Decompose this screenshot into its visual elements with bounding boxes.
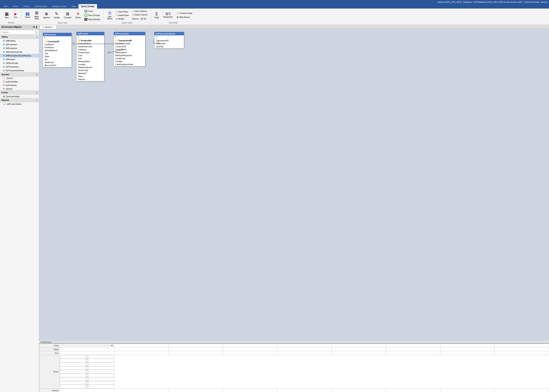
db-field-StreetAddress[interactable]: StreetAddress xyxy=(43,49,72,52)
db-field-Awards[interactable]: Awards xyxy=(77,78,104,81)
db-field-ProductType[interactable]: ProductType xyxy=(77,51,104,54)
deleterows-button[interactable]: ✕ Delete Rows xyxy=(115,14,130,17)
db-field-MethodofPayment[interactable]: MethodofPayment xyxy=(114,54,145,57)
grid-cell-table-6[interactable] xyxy=(332,348,386,351)
db-field-EmployeeID[interactable]: EmployeeID xyxy=(114,48,145,51)
nav-item-tblStockCode[interactable]: ⊞ tblStockCode xyxy=(0,61,39,65)
grid-cell-criteria-9[interactable] xyxy=(495,389,549,392)
tab-help[interactable]: Help xyxy=(69,4,79,8)
update-button[interactable]: ✎ Update xyxy=(52,11,61,20)
nav-section-queries[interactable]: Queries ∧ xyxy=(0,72,39,77)
grid-cell-field-5[interactable] xyxy=(277,344,332,348)
tab-querydesign[interactable]: Query Design xyxy=(79,4,97,8)
grid-cell-field-1[interactable] xyxy=(60,344,114,348)
db-field-CardNo[interactable]: CardNo xyxy=(114,60,145,63)
grid-cell-criteria-1[interactable] xyxy=(60,389,114,392)
db-field-wildcard[interactable]: * xyxy=(43,37,72,40)
show-check-9[interactable] xyxy=(86,385,88,388)
db-field-DateIntroduced[interactable]: DateIntroduced xyxy=(77,66,104,69)
db-field-CreditCard[interactable]: CreditCard xyxy=(114,57,145,60)
db-field-State[interactable]: State xyxy=(43,55,72,58)
db-field-Zip[interactable]: Zip xyxy=(43,58,72,61)
grid-cell-sort-3[interactable] xyxy=(169,351,223,355)
grid-cell-sort-4[interactable] xyxy=(223,351,277,355)
db-field-StockCode[interactable]: StockCode xyxy=(77,69,104,72)
passthrough-button[interactable]: → Pass-Through xyxy=(83,13,102,17)
grid-cell-show-4[interactable] xyxy=(60,366,114,370)
db-field-ProductName[interactable]: ProductName xyxy=(77,42,104,45)
db-field-Telephone[interactable]: Telephone xyxy=(43,61,72,64)
union-button[interactable]: ∪ Union xyxy=(83,9,102,13)
crosstab-button[interactable]: ⊞ Crosstab xyxy=(62,11,73,20)
nav-section-reports[interactable]: Reports ∧ xyxy=(0,98,39,102)
db-field-ShippingFee[interactable]: ShippingFee xyxy=(114,51,145,54)
grid-cell-field-9[interactable] xyxy=(495,344,549,348)
grid-cell-criteria-6[interactable] xyxy=(332,389,386,392)
db-field-Unit[interactable]: Unit xyxy=(77,57,104,60)
grid-cell-criteria-8[interactable] xyxy=(440,389,495,392)
builder-button[interactable]: ⚙ Builder xyxy=(115,17,130,21)
insertcolumns-button[interactable]: ↦ Insert Columns xyxy=(131,10,149,13)
maketable-button[interactable]: ⊞ MakeTable xyxy=(33,10,41,21)
db-field-ProductNo[interactable]: ProductNo xyxy=(154,42,184,45)
grid-cell-criteria-4[interactable] xyxy=(223,389,277,392)
datadefinition-button[interactable]: N Data Definition xyxy=(83,17,102,21)
db-table-tblCustomer[interactable]: tblCustomer * 🔑CustomerID LastName First… xyxy=(43,33,72,67)
db-table-tblProduct[interactable]: tblProduct * 🔑ProductNo ProductName Hard… xyxy=(76,32,104,81)
nav-item-qryEmpSales[interactable]: ⊟ qryEmpSales xyxy=(0,80,39,83)
grid-cell-show-7[interactable] xyxy=(60,377,114,381)
grid-cell-criteria-5[interactable] xyxy=(277,389,332,392)
nav-search-input[interactable] xyxy=(1,30,38,34)
db-field-CardExpirationDate[interactable]: CardExpirationDate xyxy=(114,63,145,66)
returns-select[interactable]: All 5 25 xyxy=(140,17,147,21)
db-field-TransactionID[interactable]: TransactionID xyxy=(154,39,184,42)
show-check-6[interactable] xyxy=(86,374,88,377)
field-select-1[interactable] xyxy=(61,344,114,347)
totals-button[interactable]: Σ Totals xyxy=(152,11,161,20)
bottom-scroll[interactable] xyxy=(39,341,549,343)
grid-cell-criteria-2[interactable] xyxy=(114,389,169,392)
run-button[interactable]: ▶ Run xyxy=(12,11,20,19)
db-field-CustomerID[interactable]: CustomerID xyxy=(114,45,145,48)
show-check-3[interactable] xyxy=(86,363,88,366)
grid-cell-show-3[interactable] xyxy=(60,362,114,366)
db-field-City[interactable]: City xyxy=(43,52,72,55)
show-check-7[interactable] xyxy=(86,378,88,380)
grid-cell-table-7[interactable] xyxy=(386,348,441,351)
query-grid-scroll[interactable]: Field: xyxy=(39,344,549,392)
grid-cell-show-8[interactable] xyxy=(60,381,114,385)
db-field-wildcard[interactable]: * xyxy=(77,36,104,39)
grid-cell-table-8[interactable] xyxy=(440,348,495,351)
db-field-Cost[interactable]: Cost xyxy=(77,54,104,57)
h-scroll-track[interactable] xyxy=(40,341,548,343)
show-check-1[interactable] xyxy=(86,356,88,358)
db-table-tblTransaction[interactable]: tblTransaction * 🔑TransactionID Transact… xyxy=(114,32,145,66)
grid-cell-show-9[interactable] xyxy=(60,385,114,388)
select-button[interactable]: ☰ Select xyxy=(23,12,32,19)
propertysheet-button[interactable]: 📋 Property Sheet xyxy=(175,12,194,15)
grid-cell-show-2[interactable] xyxy=(60,359,114,362)
nav-header[interactable]: All Access Objects ⊙ ❮ xyxy=(0,25,39,30)
grid-cell-criteria-7[interactable] xyxy=(386,389,441,392)
db-field-ProductNo[interactable]: 🔑ProductNo xyxy=(77,39,104,42)
grid-cell-table-3[interactable] xyxy=(169,348,223,351)
nav-item-tblProduct[interactable]: ⊞ tblProduct xyxy=(0,57,39,61)
nav-item-Documentation[interactable]: ▣ Documentation xyxy=(0,95,39,98)
db-field-LastName[interactable]: LastName xyxy=(43,43,72,46)
grid-cell-sort-6[interactable] xyxy=(332,351,386,355)
grid-cell-show-1[interactable] xyxy=(60,355,114,359)
db-field-WormyClub[interactable]: WormyClub? xyxy=(43,64,72,67)
db-field-wildcard[interactable]: * xyxy=(114,36,145,39)
append-button[interactable]: ⊕ Append xyxy=(42,11,51,20)
grid-cell-show-6[interactable] xyxy=(60,374,114,377)
delete-button[interactable]: ✕ Delete xyxy=(74,11,83,20)
grid-cell-sort-9[interactable] xyxy=(495,351,549,355)
tab-create[interactable]: Create xyxy=(21,4,32,8)
db-field-CustomerID[interactable]: 🔑CustomerID xyxy=(43,40,72,43)
grid-cell-field-8[interactable] xyxy=(440,344,495,348)
nav-item-rptProductSales[interactable]: 📊 rptProductSales xyxy=(0,102,39,106)
db-field-HardinessCode[interactable]: HardinessCode xyxy=(77,45,104,48)
db-field-wildcard[interactable]: * xyxy=(154,36,184,39)
db-field-TransactionDate[interactable]: TransactionDate xyxy=(114,42,145,45)
grid-cell-sort-8[interactable] xyxy=(440,351,495,355)
